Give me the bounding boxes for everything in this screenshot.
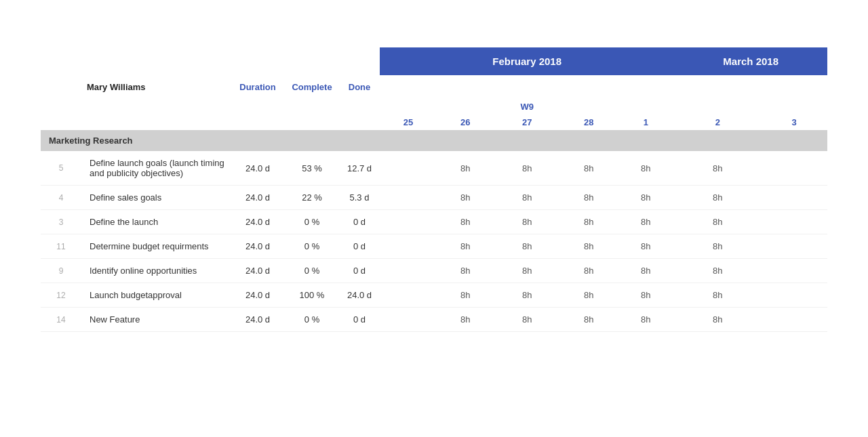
task-id-cell: 12: [41, 283, 81, 308]
task-hours-cell: 8h: [494, 259, 560, 283]
task-hours-cell: [380, 283, 437, 308]
task-duration-cell: 24.0 d: [231, 283, 285, 308]
task-hours-cell: [761, 259, 827, 283]
task-hours-cell: 8h: [437, 283, 494, 308]
task-complete-cell: 22 %: [285, 186, 339, 210]
task-done-cell: 0 d: [339, 210, 380, 234]
task-hours-cell: 8h: [437, 234, 494, 259]
task-hours-cell: [380, 151, 437, 186]
task-hours-cell: 8h: [437, 210, 494, 234]
task-row: 9Identify online opportunities24.0 d0 %0…: [41, 259, 827, 283]
task-hours-cell: 8h: [494, 283, 560, 308]
task-duration-cell: 24.0 d: [231, 234, 285, 259]
task-name-cell: Define sales goals: [81, 186, 231, 210]
task-hours-cell: 8h: [437, 186, 494, 210]
task-id-cell: 4: [41, 186, 81, 210]
task-hours-cell: [380, 259, 437, 283]
task-hours-cell: [380, 186, 437, 210]
date-col-27: [494, 75, 560, 99]
task-hours-cell: 8h: [494, 210, 560, 234]
task-hours-cell: 8h: [617, 283, 674, 308]
task-hours-cell: 8h: [674, 308, 761, 332]
task-hours-cell: [761, 210, 827, 234]
task-hours-cell: 8h: [560, 151, 617, 186]
task-hours-cell: 8h: [560, 186, 617, 210]
task-complete-cell: 100 %: [285, 283, 339, 308]
duration-col-header: Duration: [231, 75, 285, 99]
id-col-header: [41, 75, 81, 99]
task-complete-cell: 0 %: [285, 259, 339, 283]
task-name-cell: New Feature: [81, 308, 231, 332]
task-hours-cell: 8h: [494, 308, 560, 332]
task-id-cell: 11: [41, 234, 81, 259]
task-name-cell: Launch budgetapproval: [81, 283, 231, 308]
task-hours-cell: 8h: [617, 186, 674, 210]
complete-col-header: Complete: [285, 75, 339, 99]
date-col-3: [761, 75, 827, 99]
date-25: 25: [380, 115, 437, 130]
task-row: 3Define the launch24.0 d0 %0 d8h8h8h8h8h: [41, 210, 827, 234]
task-complete-cell: 0 %: [285, 308, 339, 332]
gantt-table: February 2018 March 2018 Mary Williams D…: [41, 27, 827, 332]
task-done-cell: 0 d: [339, 308, 380, 332]
task-hours-cell: 8h: [674, 186, 761, 210]
task-complete-cell: 53 %: [285, 151, 339, 186]
task-hours-cell: 8h: [437, 308, 494, 332]
task-hours-cell: [761, 186, 827, 210]
task-hours-cell: [761, 308, 827, 332]
date-2: 2: [674, 115, 761, 130]
task-hours-cell: 8h: [494, 234, 560, 259]
task-id-cell: 9: [41, 259, 81, 283]
task-name-cell: Define launch goals (launch timing and p…: [81, 151, 231, 186]
date-col-25: [380, 75, 437, 99]
task-name-cell: Define the launch: [81, 210, 231, 234]
person-col-header: Mary Williams: [81, 75, 231, 99]
month-header-row: February 2018 March 2018: [41, 47, 827, 75]
col-header-row: Mary Williams Duration Complete Done: [41, 75, 827, 99]
task-duration-cell: 24.0 d: [231, 308, 285, 332]
date-row: 25 26 27 28 1 2 3: [41, 115, 827, 130]
task-hours-cell: 8h: [560, 283, 617, 308]
task-id-cell: 14: [41, 308, 81, 332]
task-hours-cell: 8h: [437, 151, 494, 186]
task-hours-cell: 8h: [560, 308, 617, 332]
date-27: 27: [494, 115, 560, 130]
task-row: 14New Feature24.0 d0 %0 d8h8h8h8h8h: [41, 308, 827, 332]
task-name-cell: Identify online opportunities: [81, 259, 231, 283]
task-duration-cell: 24.0 d: [231, 151, 285, 186]
march-2018-header: March 2018: [674, 47, 827, 75]
task-hours-cell: [380, 234, 437, 259]
w9-label: W9: [494, 99, 560, 115]
task-hours-cell: 8h: [617, 210, 674, 234]
task-hours-cell: 8h: [617, 259, 674, 283]
date-3: 3: [761, 115, 827, 130]
main-container: February 2018 March 2018 Mary Williams D…: [0, 0, 868, 437]
task-hours-cell: 8h: [674, 151, 761, 186]
task-duration-cell: 24.0 d: [231, 259, 285, 283]
task-hours-cell: 8h: [617, 308, 674, 332]
task-row: 11Determine budget requirments24.0 d0 %0…: [41, 234, 827, 259]
task-hours-cell: [761, 283, 827, 308]
task-hours-cell: [380, 308, 437, 332]
task-row: 5Define launch goals (launch timing and …: [41, 151, 827, 186]
task-hours-cell: 8h: [674, 283, 761, 308]
task-done-cell: 0 d: [339, 234, 380, 259]
task-hours-cell: 8h: [494, 151, 560, 186]
task-complete-cell: 0 %: [285, 234, 339, 259]
date-col-28: [560, 75, 617, 99]
task-hours-cell: [761, 151, 827, 186]
task-done-cell: 24.0 d: [339, 283, 380, 308]
group-row-marketing: Marketing Research: [41, 130, 827, 151]
task-id-cell: 3: [41, 210, 81, 234]
task-row: 4Define sales goals24.0 d22 %5.3 d8h8h8h…: [41, 186, 827, 210]
task-done-cell: 5.3 d: [339, 186, 380, 210]
task-name-cell: Determine budget requirments: [81, 234, 231, 259]
date-26: 26: [437, 115, 494, 130]
date-col-2: [674, 75, 761, 99]
task-done-cell: 0 d: [339, 259, 380, 283]
task-hours-cell: [761, 234, 827, 259]
task-hours-cell: 8h: [617, 151, 674, 186]
task-hours-cell: 8h: [674, 234, 761, 259]
task-hours-cell: 8h: [617, 234, 674, 259]
task-complete-cell: 0 %: [285, 210, 339, 234]
